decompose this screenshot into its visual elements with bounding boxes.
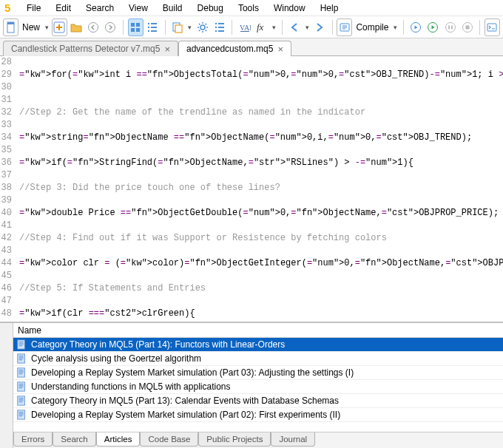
code-line[interactable]: 35 [0, 144, 503, 157]
toolbox-row[interactable]: Understanding functions in MQL5 with app… [13, 380, 503, 394]
menu-search[interactable]: Search [78, 1, 121, 15]
code-line[interactable]: 43 [0, 245, 503, 257]
code-line[interactable]: 28 [0, 56, 503, 69]
code-line[interactable]: 30 [0, 81, 503, 94]
new-dropdown-icon[interactable]: ▾ [44, 24, 50, 31]
compile-button[interactable]: Compile [356, 22, 388, 33]
run-button[interactable] [425, 18, 441, 36]
styler-button[interactable] [212, 18, 227, 36]
toolbox-row[interactable]: Developing a Replay System Market simula… [13, 408, 503, 422]
close-icon[interactable]: × [164, 44, 170, 54]
code-line[interactable]: 42//Step 4: Find out if it was Support o… [0, 232, 503, 245]
compile-dropdown-icon[interactable]: ▾ [392, 24, 399, 31]
new-button[interactable]: New [22, 22, 40, 33]
insert-fx-button[interactable] [254, 18, 269, 36]
code-line[interactable]: 46//Step 5: If Statements and Entries [0, 282, 503, 295]
toolbox-row[interactable]: Category Theory in MQL5 (Part 14): Funct… [13, 338, 503, 352]
nav-back-dropdown-icon[interactable]: ▾ [304, 24, 311, 31]
code-text [15, 220, 19, 232]
code-line[interactable]: 44="kw">color clr = (="kw">color)="fn">O… [0, 257, 503, 270]
line-number: 32 [0, 106, 15, 119]
toolbox-list[interactable]: Category Theory in MQL5 (Part 14): Funct… [13, 338, 503, 432]
toolbox-row-label: Cycle analysis using the Goertzel algori… [31, 353, 201, 364]
toolbox-tab-journal[interactable]: Journal [271, 432, 315, 447]
toolbox-row-label: Developing a Replay System Market simula… [31, 410, 340, 420]
code-text [15, 119, 19, 132]
toolbox-tab-articles[interactable]: Articles [96, 432, 141, 447]
line-number: 35 [0, 144, 15, 157]
toolbox-tab-code-base[interactable]: Code Base [140, 432, 198, 447]
code-line[interactable]: 32//Step 2: Get the name of the trendlin… [0, 106, 503, 119]
code-line[interactable]: 39 [0, 194, 503, 207]
copy-button[interactable] [170, 18, 186, 36]
view-list-button[interactable] [145, 18, 161, 36]
code-line[interactable]: 29="kw">for(="kw">int i = ="fn">ObjectsT… [0, 69, 503, 81]
editor-tabs: Candlestick Patterns Detector v7.mq5 × a… [0, 38, 503, 56]
new-file-icon[interactable] [3, 18, 18, 36]
menu-debug[interactable]: Debug [190, 1, 231, 15]
toolbox-row-label: Understanding functions in MQL5 with app… [31, 381, 230, 392]
pause-button[interactable] [442, 18, 458, 36]
code-editor[interactable]: 2829="kw">for(="kw">int i = ="fn">Object… [0, 56, 503, 322]
code-line[interactable]: 38//Step 3: Did the price touch one of t… [0, 182, 503, 194]
code-line[interactable]: 40="kw">double Price = ="fn">ObjectGetDo… [0, 207, 503, 220]
editor-tab[interactable]: Candlestick Patterns Detector v7.mq5 × [3, 41, 178, 56]
toolbox-tab-public-projects[interactable]: Public Projects [198, 432, 271, 447]
line-number: 33 [0, 119, 15, 132]
menu-tools[interactable]: Tools [231, 1, 266, 15]
line-number: 45 [0, 270, 15, 282]
nav-forward-button[interactable] [311, 18, 327, 36]
open-folder-button[interactable] [69, 18, 84, 36]
toolbox-side-tab[interactable]: Toolbox [0, 323, 13, 448]
settings-button[interactable] [195, 18, 210, 36]
toolbox-column-header[interactable]: Name [13, 323, 503, 338]
menu-help[interactable]: Help [313, 1, 346, 15]
code-line[interactable]: 45 [0, 270, 503, 282]
toolbox-row[interactable]: Cycle analysis using the Goertzel algori… [13, 352, 503, 366]
toolbox-row[interactable]: Developing a Replay System Market simula… [13, 366, 503, 380]
code-line[interactable]: 48="kw">if(clr == ="cst2">clrGreen){ [0, 308, 503, 320]
line-number: 38 [0, 182, 15, 194]
fx-dropdown-icon[interactable]: ▾ [271, 24, 277, 31]
code-line[interactable]: 37 [0, 169, 503, 182]
code-text [15, 295, 19, 308]
code-line[interactable]: 33 [0, 119, 503, 132]
editor-tab-label: advancedcustom.mq5 [186, 44, 273, 54]
copy-dropdown-icon[interactable]: ▾ [187, 24, 194, 31]
code-line[interactable]: 47 [0, 295, 503, 308]
line-number: 44 [0, 257, 15, 270]
toolbox-tab-errors[interactable]: Errors [13, 432, 53, 447]
toolbar-separator [232, 20, 232, 35]
line-number: 40 [0, 207, 15, 220]
code-text: //Step 4: Find out if it was Support or … [15, 232, 387, 245]
history-forward-button[interactable] [103, 18, 118, 36]
menu-build[interactable]: Build [155, 1, 190, 15]
close-icon[interactable]: × [277, 44, 283, 54]
svg-text:5: 5 [4, 2, 10, 14]
code-line[interactable]: 36="kw">if(="fn">StringFind(="fn">Object… [0, 157, 503, 169]
view-grid-button[interactable] [128, 18, 144, 36]
toolbox-tab-search[interactable]: Search [53, 432, 95, 447]
editor-tab[interactable]: advancedcustom.mq5 × [178, 41, 291, 56]
toolbox-tabs: ErrorsSearchArticlesCode BasePublic Proj… [13, 432, 503, 448]
line-number: 39 [0, 194, 15, 207]
toolbox-panel: × Toolbox Name Category Theory in MQL5 (… [0, 322, 503, 448]
add-button[interactable] [52, 18, 67, 36]
insert-var-button[interactable] [237, 18, 252, 36]
history-back-button[interactable] [86, 18, 101, 36]
toolbox-row[interactable]: Category Theory in MQL5 (Part 13): Calen… [13, 394, 503, 408]
menu-edit[interactable]: Edit [48, 1, 78, 15]
debug-start-button[interactable] [408, 18, 424, 36]
toolbar-separator [165, 20, 166, 35]
menu-file[interactable]: File [19, 1, 48, 15]
stop-button[interactable] [459, 18, 475, 36]
menu-window[interactable]: Window [266, 1, 313, 15]
menu-view[interactable]: View [121, 1, 155, 15]
code-line[interactable]: 41 [0, 220, 503, 232]
code-line[interactable]: 31 [0, 94, 503, 106]
compile-icon[interactable] [337, 18, 352, 36]
code-line[interactable]: 34="kw">string ="fn">ObjectName = ="fn">… [0, 132, 503, 144]
terminal-button[interactable] [485, 18, 500, 36]
nav-back-button[interactable] [287, 18, 303, 36]
code-text [15, 245, 19, 257]
